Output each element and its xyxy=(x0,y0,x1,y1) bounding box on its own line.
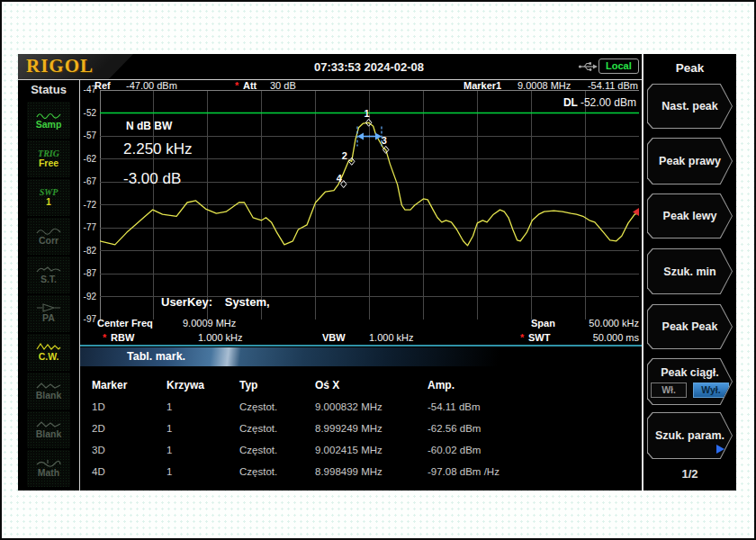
status-item-samp: Samp xyxy=(27,102,70,139)
spectrum-graph: 1234 DL -52.00 dBm N dB BW 2.250 kHz -3.… xyxy=(100,90,639,320)
svg-text:1: 1 xyxy=(364,108,370,119)
y-tick-label: -92 xyxy=(84,292,96,302)
table-header-row: Marker Krzywa Typ Oś X Amp. xyxy=(80,379,642,392)
wave-icon xyxy=(36,420,61,428)
status-item-corr: Corr xyxy=(27,218,70,255)
vbw-label: VBW xyxy=(322,332,346,343)
status-item-cw: C.W. xyxy=(27,334,70,371)
col-type: Typ xyxy=(239,379,257,392)
table-divider xyxy=(80,345,642,346)
trace-plot: 1234 xyxy=(100,90,639,320)
y-tick-label: -87 xyxy=(84,268,96,278)
col-marker: Marker xyxy=(92,379,127,392)
toggle-off-option[interactable]: Wył. xyxy=(693,382,729,398)
y-tick-label: -82 xyxy=(84,246,96,256)
continuous-peak-toggle: Wł. Wył. xyxy=(651,382,729,398)
rbw-label: RBW xyxy=(111,332,134,343)
svg-text:4: 4 xyxy=(337,173,343,184)
wave-icon xyxy=(36,227,61,235)
y-tick-label: -57 xyxy=(84,130,96,140)
wave-icon xyxy=(36,266,61,274)
status-item-blank1: Blank xyxy=(27,373,70,410)
swt-label: SWT xyxy=(528,332,550,343)
status-item-label: Free xyxy=(39,158,58,168)
status-item-label: Samp xyxy=(36,120,62,130)
wave-icon xyxy=(36,111,61,119)
wave-icon xyxy=(36,459,61,467)
usb-icon xyxy=(578,61,598,74)
local-indicator: Local xyxy=(598,58,639,74)
span-value: 50.000 kHz xyxy=(589,318,639,328)
toggle-on-option[interactable]: Wł. xyxy=(651,382,687,398)
swt-star-icon: * xyxy=(520,332,524,343)
status-item-label: Math xyxy=(38,468,60,478)
center-freq-value: 9.0009 MHz xyxy=(183,318,236,328)
marker-table-tab-label: Tabl. mark. xyxy=(127,350,185,363)
status-item-label: PA xyxy=(42,313,55,323)
status-item-label: Blank xyxy=(36,429,62,439)
table-row: 3D 1 Częstot. 9.002415 MHz -60.02 dBm xyxy=(80,445,642,457)
marker-table-tab[interactable]: Tabl. mark. xyxy=(80,347,566,366)
softkey-peak-left[interactable]: Peak lewy xyxy=(647,194,733,238)
softkey-min-search[interactable]: Szuk. min xyxy=(647,248,733,294)
menu-title: Peak xyxy=(644,61,736,75)
y-tick-label: -67 xyxy=(84,176,96,186)
span-label: Span xyxy=(531,318,555,328)
status-item-label: Corr xyxy=(39,236,58,246)
table-row: 1D 1 Częstot. 9.000832 MHz -54.11 dBm xyxy=(80,401,642,414)
wave-icon xyxy=(36,342,61,351)
col-xaxis: Oś X xyxy=(315,379,339,392)
softkey-search-param[interactable]: Szuk. param. xyxy=(647,412,733,459)
status-item-label: Blank xyxy=(36,391,62,400)
menu-page-indicator: 1/2 xyxy=(644,467,736,481)
status-item-label: S.T. xyxy=(40,274,57,284)
softkey-menu: Peak Nast. peak Peak prawy Peak lewy Szu… xyxy=(644,54,736,490)
vbw-value: 1.000 kHz xyxy=(369,332,414,343)
y-tick-label: -62 xyxy=(84,154,96,164)
status-item-pa: PA xyxy=(27,295,70,332)
wave-icon xyxy=(36,382,61,390)
col-amp: Amp. xyxy=(428,379,454,392)
y-tick-label: -97 xyxy=(84,314,96,324)
y-tick-label: -72 xyxy=(84,200,96,210)
rbw-star-icon: * xyxy=(103,332,106,343)
softkey-continuous-peak[interactable]: Peak ciągł. Wł. Wył. xyxy=(647,358,733,405)
status-item-math: Math xyxy=(27,450,70,487)
top-bar: RIGOL 07:33:53 2024-02-08 Local xyxy=(18,54,736,79)
datetime-display: 07:33:53 2024-02-08 xyxy=(270,60,468,74)
rigol-logo: RIGOL xyxy=(26,55,94,77)
amp-icon xyxy=(36,303,61,312)
table-row: 2D 1 Częstot. 8.999249 MHz -62.56 dBm xyxy=(80,423,642,436)
status-item-swp: SWP 1 xyxy=(27,179,70,216)
col-trace: Krzywa xyxy=(166,379,204,392)
svg-text:2: 2 xyxy=(342,150,347,161)
screenshot-page: RIGOL 07:33:53 2024-02-08 Local Status xyxy=(0,0,756,540)
svg-text:3: 3 xyxy=(382,135,387,146)
swt-value: 50.000 ms xyxy=(593,332,639,343)
y-tick-label: -77 xyxy=(84,222,96,232)
rbw-value: 1.000 kHz xyxy=(198,332,243,343)
status-item-label: C.W. xyxy=(39,352,59,362)
status-item-st: S.T. xyxy=(27,256,70,293)
center-freq-label: Center Freq xyxy=(97,318,153,328)
status-item-blank2: Blank xyxy=(27,411,70,448)
analyzer-screen: RIGOL 07:33:53 2024-02-08 Local Status xyxy=(18,54,736,490)
softkey-next-peak[interactable]: Nast. peak xyxy=(647,84,733,129)
softkey-peak-right[interactable]: Peak prawy xyxy=(647,138,733,184)
status-item-trig: TRIG Free xyxy=(27,140,70,177)
y-tick-label: -47 xyxy=(84,85,96,94)
status-item-label: 1 xyxy=(46,197,51,207)
softkey-peak-peak[interactable]: Peak Peak xyxy=(647,304,733,349)
status-sidebar: Status Samp TRIG Free SWP 1 Corr S.T. xyxy=(18,80,79,490)
marker-table-body: Marker Krzywa Typ Oś X Amp. 1D 1 Częstot… xyxy=(80,379,642,487)
y-tick-label: -52 xyxy=(84,108,96,118)
status-title: Status xyxy=(31,83,67,96)
table-row: 4D 1 Częstot. 8.998499 MHz -97.08 dBm /H… xyxy=(80,466,642,479)
main-display: Ref -47.00 dBm * Att 30 dB Marker1 9.000… xyxy=(80,80,642,490)
